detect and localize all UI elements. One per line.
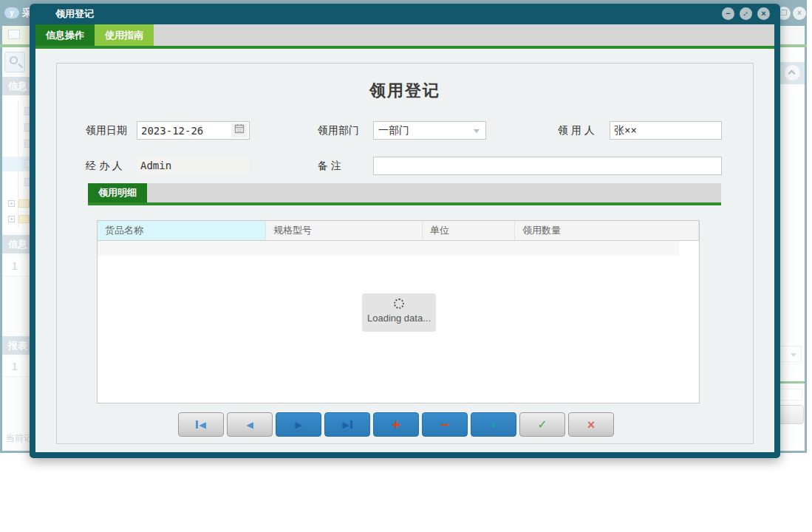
grid-toolbar: ◀◀▶▶+−▲✓× (178, 412, 614, 437)
form-panel: 领用登记 领用日期 (56, 63, 754, 444)
remark-input[interactable] (373, 157, 722, 175)
loading-text: Loading data... (362, 313, 436, 324)
date-field (137, 121, 250, 140)
remove-icon: − (440, 418, 449, 432)
last-icon: ▶ (342, 420, 349, 429)
cancel-icon: × (587, 419, 596, 431)
dept-selected-value: 一部门 (378, 124, 409, 136)
detail-tabstrip: 领用明细 (88, 183, 721, 202)
edit-icon: ▲ (490, 420, 497, 429)
dialog-body: 信息操作 使用指南 领用登记 领用日期 (35, 24, 774, 452)
detail-green-divider (88, 202, 721, 205)
dialog-title: 领用登记 (55, 4, 94, 24)
toolbar-prev-button[interactable]: ◀ (227, 412, 273, 437)
requisition-dialog: 领用登记 − ↕ × 信息操作 使用指南 领用登记 领用日期 (30, 4, 780, 458)
dept-select[interactable]: 一部门 (373, 121, 486, 140)
maximize-button[interactable]: ↕ (740, 7, 752, 20)
toolbar-last-button[interactable]: ▶ (324, 412, 370, 437)
handler-label: 经 办 人 (86, 160, 123, 173)
loading-spinner-icon (394, 299, 404, 309)
form-heading: 领用登记 (57, 80, 753, 102)
dept-label: 领用部门 (318, 124, 359, 137)
add-icon: + (392, 418, 400, 432)
detail-grid: 货品名称规格型号单位领用数量 Loading data... (97, 220, 700, 403)
minimize-button[interactable]: − (722, 7, 734, 20)
next-icon: ▶ (295, 420, 301, 429)
tab-requisition-detail[interactable]: 领用明细 (88, 183, 147, 202)
confirm-icon: ✓ (537, 417, 547, 432)
first-bar-icon (196, 420, 198, 429)
toolbar-add-button[interactable]: + (373, 412, 419, 437)
toolbar-edit-button[interactable]: ▲ (471, 412, 516, 437)
dialog-titlebar[interactable]: 领用登记 − ↕ × (30, 4, 780, 24)
remark-label: 备 注 (318, 160, 341, 173)
grid-empty-row (98, 241, 679, 256)
dropdown-arrow-icon (474, 129, 480, 133)
dialog-tabbar: 信息操作 使用指南 (35, 24, 774, 46)
toolbar-next-button[interactable]: ▶ (276, 412, 321, 437)
grid-column-goods-name[interactable]: 货品名称 (98, 221, 266, 240)
grid-header-row: 货品名称规格型号单位领用数量 (98, 221, 699, 241)
maximize-icon: ↕ (740, 7, 751, 18)
toolbar-cancel-button[interactable]: × (568, 412, 614, 437)
toolbar-confirm-button[interactable]: ✓ (519, 412, 565, 437)
toolbar-first-button[interactable]: ◀ (178, 412, 224, 437)
handler-value: Admin (137, 157, 250, 175)
grid-column-quantity[interactable]: 领用数量 (515, 221, 699, 240)
date-label: 领用日期 (86, 124, 127, 137)
prev-icon: ◀ (246, 420, 253, 429)
person-label: 领 用 人 (558, 124, 595, 137)
date-input[interactable] (137, 122, 229, 139)
toolbar-remove-button[interactable]: − (422, 412, 468, 437)
screen: y 采 ❐ × 信息 + + (0, 0, 812, 532)
dialog-content: 领用登记 领用日期 (35, 49, 774, 452)
calendar-button[interactable] (231, 123, 248, 137)
loading-box: Loading data... (362, 293, 436, 332)
tab-user-guide[interactable]: 使用指南 (95, 24, 154, 46)
grid-column-unit[interactable]: 单位 (423, 221, 515, 240)
person-input[interactable] (610, 121, 722, 140)
grid-column-spec-model[interactable]: 规格型号 (266, 221, 423, 240)
first-icon: ◀ (199, 420, 205, 429)
calendar-icon (234, 123, 245, 134)
window-controls: − ↕ × (722, 7, 770, 20)
last-bar-icon (350, 420, 352, 429)
tab-info-operation[interactable]: 信息操作 (35, 24, 95, 46)
close-button[interactable]: × (757, 7, 770, 20)
